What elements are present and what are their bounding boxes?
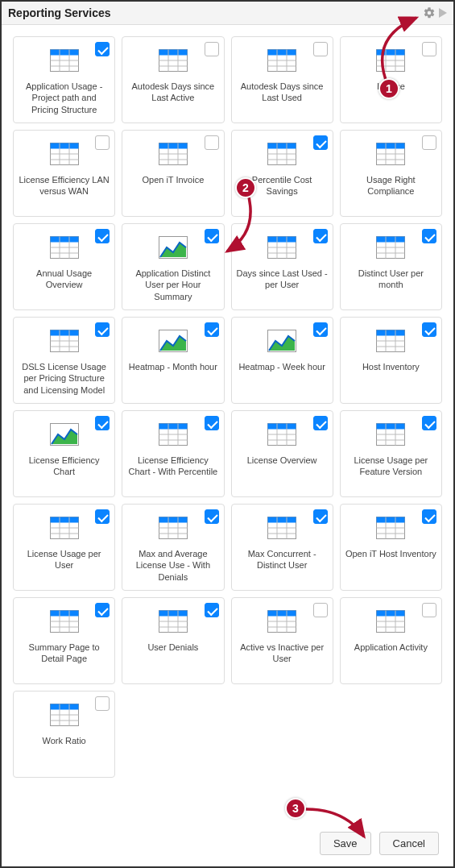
report-tile[interactable]: DSLS License Usage per Pricing Structure… xyxy=(13,317,115,404)
report-tile[interactable]: Percentile Cost Savings xyxy=(231,130,333,217)
report-tile[interactable]: License Efficiency LAN versus WAN xyxy=(13,130,115,217)
report-tile[interactable]: Max Concurrent - Distinct User xyxy=(231,504,333,591)
tile-checkbox[interactable] xyxy=(205,416,219,430)
report-tile[interactable]: Annual Usage Overview xyxy=(13,223,115,310)
tile-label: License Usage per Feature Version xyxy=(345,455,436,478)
table-icon xyxy=(267,419,296,450)
tile-checkbox[interactable] xyxy=(95,603,110,617)
tile-checkbox[interactable] xyxy=(313,229,328,243)
table-icon xyxy=(376,326,405,356)
tile-checkbox[interactable] xyxy=(422,416,436,430)
table-icon xyxy=(376,606,405,637)
tile-label: Max and Average License Use - With Denia… xyxy=(127,548,218,583)
report-tile[interactable]: Open iT Invoice xyxy=(122,130,224,217)
svg-rect-88 xyxy=(159,424,187,430)
tile-checkbox[interactable] xyxy=(422,322,436,337)
svg-rect-32 xyxy=(159,143,187,149)
svg-rect-142 xyxy=(268,611,296,617)
report-tile[interactable]: Summary Page to Detail Page xyxy=(13,597,115,684)
svg-rect-106 xyxy=(50,517,78,523)
report-tile[interactable]: Application Usage - Project path and Pri… xyxy=(13,36,115,123)
svg-rect-44 xyxy=(377,143,405,149)
report-tile[interactable]: License Efficiency Chart xyxy=(13,410,115,497)
tile-label: Application Activity xyxy=(354,642,428,653)
panel-title: Reporting Services xyxy=(8,6,111,19)
tile-checkbox[interactable] xyxy=(95,696,110,711)
report-tile[interactable]: Days since Last Used - per User xyxy=(231,223,333,310)
table-icon xyxy=(159,606,188,637)
table-icon xyxy=(267,513,296,543)
tile-checkbox[interactable] xyxy=(422,135,436,150)
tile-label: User Denials xyxy=(147,642,198,653)
tile-label: Active vs Inactive per User xyxy=(237,642,328,665)
play-icon[interactable] xyxy=(439,8,447,18)
tile-checkbox[interactable] xyxy=(205,603,219,617)
tile-checkbox[interactable] xyxy=(95,509,110,524)
tile-checkbox[interactable] xyxy=(95,416,110,430)
report-tile[interactable]: License Efficiency Chart - With Percenti… xyxy=(122,410,224,497)
tile-checkbox[interactable] xyxy=(205,322,219,337)
svg-rect-154 xyxy=(50,704,78,710)
svg-marker-0 xyxy=(439,8,447,18)
tile-checkbox[interactable] xyxy=(205,229,219,243)
report-tile[interactable]: License Overview xyxy=(231,410,333,497)
report-tile[interactable]: Autodesk Days since Last Active xyxy=(122,36,224,123)
table-icon xyxy=(376,513,405,543)
tile-label: Autodesk Days since Last Active xyxy=(127,81,218,104)
svg-rect-100 xyxy=(377,424,405,430)
tile-checkbox[interactable] xyxy=(422,603,436,617)
report-tile[interactable]: Work Ratio xyxy=(13,691,115,778)
gear-icon[interactable] xyxy=(423,6,436,19)
report-tile[interactable]: Application Distinct User per Hour Summa… xyxy=(122,223,224,310)
tile-checkbox[interactable] xyxy=(95,42,110,56)
tile-checkbox[interactable] xyxy=(313,42,328,56)
svg-rect-58 xyxy=(268,237,296,243)
svg-rect-124 xyxy=(377,517,405,523)
svg-rect-26 xyxy=(50,143,78,149)
tile-checkbox[interactable] xyxy=(95,135,110,150)
tile-checkbox[interactable] xyxy=(313,322,328,337)
tile-label: Usage Right Compliance xyxy=(345,174,436,197)
table-icon xyxy=(376,139,405,169)
report-tile[interactable]: License Usage per Feature Version xyxy=(340,410,442,497)
tile-checkbox[interactable] xyxy=(313,416,328,430)
report-tile[interactable]: User Denials xyxy=(122,597,224,684)
tile-checkbox[interactable] xyxy=(205,42,219,56)
report-tile[interactable]: Distinct User per month xyxy=(340,223,442,310)
tile-label: Open iT Invoice xyxy=(142,174,204,185)
report-tile[interactable]: Open iT Host Inventory xyxy=(340,504,442,591)
svg-rect-70 xyxy=(50,330,78,336)
report-tile[interactable]: Active vs Inactive per User xyxy=(231,597,333,684)
table-icon xyxy=(50,45,79,76)
tile-label: License Overview xyxy=(247,455,317,466)
tile-checkbox[interactable] xyxy=(95,322,110,337)
tile-checkbox[interactable] xyxy=(205,509,219,524)
annotation-badge-2: 2 xyxy=(235,177,256,198)
tile-checkbox[interactable] xyxy=(95,229,110,243)
report-tile[interactable]: License Usage per User xyxy=(13,504,115,591)
svg-rect-14 xyxy=(268,50,296,56)
header-actions xyxy=(423,6,447,19)
tile-checkbox[interactable] xyxy=(422,229,436,243)
report-tile[interactable]: Heatmap - Month hour xyxy=(122,317,224,404)
svg-rect-50 xyxy=(50,237,78,243)
svg-rect-130 xyxy=(50,611,78,617)
table-icon xyxy=(50,513,79,543)
tile-checkbox[interactable] xyxy=(422,509,436,524)
report-tile[interactable]: Max and Average License Use - With Denia… xyxy=(122,504,224,591)
report-tile[interactable]: Application Activity xyxy=(340,597,442,684)
tile-checkbox[interactable] xyxy=(205,135,219,150)
report-grid: Application Usage - Project path and Pri… xyxy=(2,25,453,789)
report-tile[interactable]: Heatmap - Week hour xyxy=(231,317,333,404)
report-tile[interactable]: Host Inventory xyxy=(340,317,442,404)
tile-checkbox[interactable] xyxy=(313,603,328,617)
cancel-button[interactable]: Cancel xyxy=(379,832,439,855)
report-tile[interactable]: Autodesk Days since Last Used xyxy=(231,36,333,123)
tile-checkbox[interactable] xyxy=(313,509,328,524)
tile-label: Host Inventory xyxy=(362,361,420,372)
report-tile[interactable]: Usage Right Compliance xyxy=(340,130,442,217)
svg-rect-38 xyxy=(268,143,296,149)
tile-checkbox[interactable] xyxy=(422,42,436,56)
tile-checkbox[interactable] xyxy=(313,135,328,150)
save-button[interactable]: Save xyxy=(320,832,371,855)
